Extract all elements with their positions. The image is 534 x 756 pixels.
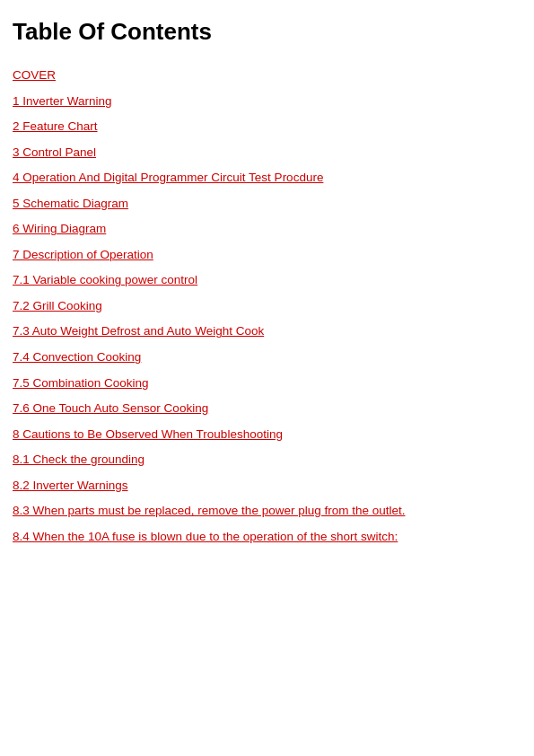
toc-item-item83: 8.3 When parts must be replaced, remove … <box>13 497 521 523</box>
toc-item-item2: 2 Feature Chart <box>13 113 521 139</box>
toc-link-item5[interactable]: 5 Schematic Diagram <box>13 190 521 216</box>
toc-item-item72: 7.2 Grill Cooking <box>13 293 521 319</box>
page-title: Table Of Contents <box>13 18 521 46</box>
toc-link-item6[interactable]: 6 Wiring Diagram <box>13 215 521 242</box>
toc-item-item4: 4 Operation And Digital Programmer Circu… <box>13 164 521 190</box>
toc-item-item3: 3 Control Panel <box>13 139 521 165</box>
toc-item-item75: 7.5 Combination Cooking <box>13 370 521 396</box>
toc-item-item7: 7 Description of Operation <box>13 242 521 268</box>
toc-item-item5: 5 Schematic Diagram <box>13 190 521 216</box>
toc-link-item2[interactable]: 2 Feature Chart <box>13 113 521 139</box>
toc-item-item6: 6 Wiring Diagram <box>13 215 521 242</box>
toc-link-item72[interactable]: 7.2 Grill Cooking <box>13 293 521 319</box>
toc-link-item75[interactable]: 7.5 Combination Cooking <box>13 370 521 396</box>
toc-item-item71: 7.1 Variable cooking power control <box>13 267 521 293</box>
toc-link-item7[interactable]: 7 Description of Operation <box>13 242 521 268</box>
toc-link-item1[interactable]: 1 Inverter Warning <box>13 88 521 114</box>
toc-link-item76[interactable]: 7.6 One Touch Auto Sensor Cooking <box>13 395 521 421</box>
toc-link-item73[interactable]: 7.3 Auto Weight Defrost and Auto Weight … <box>13 318 521 344</box>
toc-item-item8: 8 Cautions to Be Observed When Troublesh… <box>13 421 521 447</box>
toc-link-cover[interactable]: COVER <box>13 62 521 88</box>
toc-item-item1: 1 Inverter Warning <box>13 88 521 114</box>
toc-link-item71[interactable]: 7.1 Variable cooking power control <box>13 267 521 293</box>
toc-item-item73: 7.3 Auto Weight Defrost and Auto Weight … <box>13 318 521 344</box>
toc-link-item8[interactable]: 8 Cautions to Be Observed When Troublesh… <box>13 421 521 447</box>
toc-link-item84[interactable]: 8.4 When the 10A fuse is blown due to th… <box>13 523 521 549</box>
toc-item-item84: 8.4 When the 10A fuse is blown due to th… <box>13 523 521 549</box>
toc-link-item81[interactable]: 8.1 Check the grounding <box>13 446 521 472</box>
toc-link-item4[interactable]: 4 Operation And Digital Programmer Circu… <box>13 164 521 190</box>
toc-list: COVER1 Inverter Warning 2 Feature Chart … <box>13 62 521 549</box>
toc-link-item82[interactable]: 8.2 Inverter Warnings <box>13 472 521 498</box>
toc-link-item3[interactable]: 3 Control Panel <box>13 139 521 165</box>
toc-item-item81: 8.1 Check the grounding <box>13 446 521 472</box>
toc-link-item83[interactable]: 8.3 When parts must be replaced, remove … <box>13 497 521 523</box>
toc-link-item74[interactable]: 7.4 Convection Cooking <box>13 344 521 370</box>
toc-item-item76: 7.6 One Touch Auto Sensor Cooking <box>13 395 521 421</box>
toc-item-cover: COVER <box>13 62 521 88</box>
toc-item-item74: 7.4 Convection Cooking <box>13 344 521 370</box>
toc-item-item82: 8.2 Inverter Warnings <box>13 472 521 498</box>
